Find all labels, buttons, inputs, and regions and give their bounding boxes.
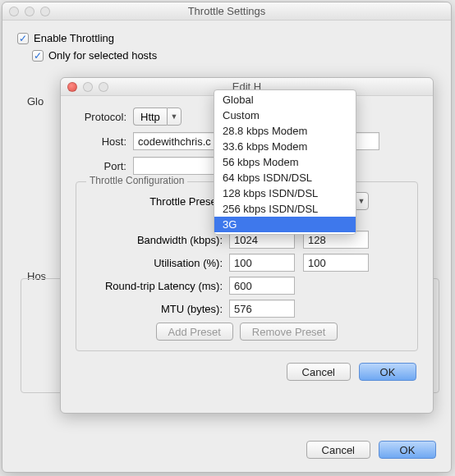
utilisation-download-input[interactable] (229, 254, 295, 272)
mtu-label: MTU (bytes): (85, 303, 229, 315)
traffic-lights (2, 7, 50, 16)
enable-throttling-label: Enable Throttling (34, 32, 114, 44)
ok-button[interactable]: OK (359, 363, 416, 381)
window-title: Throttle Settings (2, 5, 451, 17)
add-preset-button[interactable]: Add Preset (156, 323, 233, 341)
checkbox-icon: ✓ (32, 50, 44, 62)
throttle-config-title: Throttle Configuration (86, 175, 187, 186)
utilisation-label: Utilisation (%): (85, 257, 229, 269)
enable-throttling-checkbox[interactable]: ✓ Enable Throttling (17, 32, 436, 44)
dropdown-item[interactable]: Global (214, 92, 356, 108)
dropdown-item[interactable]: 3G (214, 217, 356, 232)
protocol-select[interactable]: Http ▼ (133, 108, 182, 126)
latency-label: Round-trip Latency (ms): (85, 280, 229, 292)
only-selected-hosts-label: Only for selected hosts (48, 49, 157, 62)
dropdown-item[interactable]: 128 kbps ISDN/DSL (214, 185, 356, 201)
close-icon[interactable] (9, 7, 19, 16)
checkbox-icon: ✓ (17, 33, 29, 44)
only-selected-hosts-checkbox[interactable]: ✓ Only for selected hosts (32, 49, 436, 62)
protocol-label: Protocol: (76, 111, 133, 123)
global-group-label: Glo (27, 95, 44, 108)
mtu-input[interactable] (229, 300, 295, 318)
dropdown-item[interactable]: 256 kbps ISDN/DSL (214, 201, 356, 217)
zoom-icon[interactable] (99, 82, 108, 92)
port-input[interactable] (133, 157, 215, 175)
cancel-button[interactable]: Cancel (306, 441, 370, 459)
port-label: Port: (76, 160, 133, 172)
titlebar: Throttle Settings (2, 2, 451, 21)
dropdown-item[interactable]: 56 kbps Modem (214, 154, 356, 170)
traffic-lights (61, 82, 108, 92)
ok-button[interactable]: OK (379, 441, 436, 459)
dropdown-item[interactable]: 33.6 kbps Modem (214, 139, 356, 154)
protocol-value: Http (133, 108, 167, 126)
chevron-down-icon: ▼ (167, 108, 182, 126)
close-icon[interactable] (67, 82, 77, 92)
cancel-button[interactable]: Cancel (287, 363, 351, 381)
latency-input[interactable] (229, 277, 295, 295)
throttle-preset-dropdown[interactable]: GlobalCustom28.8 kbps Modem33.6 kbps Mod… (214, 89, 356, 235)
throttle-preset-label: Throttle Preset: (85, 195, 229, 208)
host-label: Host: (76, 135, 133, 148)
dropdown-item[interactable]: 64 kbps ISDN/DSL (214, 170, 356, 185)
bandwidth-label: Bandwidth (kbps): (85, 234, 229, 246)
dropdown-item[interactable]: 28.8 kbps Modem (214, 123, 356, 139)
minimize-icon[interactable] (25, 7, 34, 16)
remove-preset-button[interactable]: Remove Preset (240, 323, 338, 341)
dropdown-item[interactable]: Custom (214, 108, 356, 123)
minimize-icon[interactable] (83, 82, 93, 92)
utilisation-upload-input[interactable] (303, 254, 369, 272)
zoom-icon[interactable] (40, 7, 50, 16)
